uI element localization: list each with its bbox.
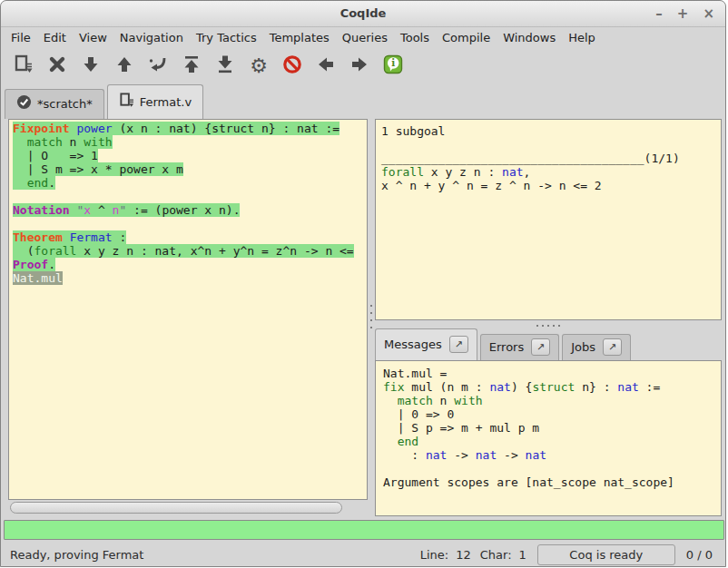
menu-item-view[interactable]: View xyxy=(73,28,113,47)
code-line xyxy=(13,190,367,203)
progress-bar xyxy=(4,520,724,540)
arrow-right-icon xyxy=(349,54,370,79)
menu-item-templates[interactable]: Templates xyxy=(263,28,336,47)
code-line: Nat.mul xyxy=(13,271,367,285)
window-title: CoqIde xyxy=(1,1,725,26)
tab-label: Messages xyxy=(384,338,442,351)
code-line: | S m => x * power x m xyxy=(13,162,367,176)
line-value: 12 xyxy=(456,548,471,562)
code-line xyxy=(383,462,713,475)
tab-errors[interactable]: Errors ↗ xyxy=(480,334,559,360)
window-controls: – + × xyxy=(655,1,714,26)
detach-button[interactable]: ↗ xyxy=(531,338,550,356)
menu-item-navigation[interactable]: Navigation xyxy=(113,28,190,47)
goals-pane[interactable]: 1 subgoal ______________________________… xyxy=(375,119,722,320)
code-line xyxy=(381,138,715,152)
save-icon xyxy=(13,54,34,79)
detach-icon: ↗ xyxy=(455,338,463,350)
code-line xyxy=(13,217,367,230)
menu-item-edit[interactable]: Edit xyxy=(37,28,73,47)
arrow-up-icon xyxy=(113,54,135,79)
code-line: | 0 => 0 xyxy=(383,407,713,421)
code-line: fix mul (n m : nat) {struct n} : nat := xyxy=(383,380,713,394)
goto-end-icon xyxy=(214,54,236,79)
char-value: 1 xyxy=(519,548,526,562)
tab-label: *scratch* xyxy=(37,97,93,111)
status-text: Ready, proving Fermat xyxy=(10,548,411,562)
code-line: 1 subgoal xyxy=(381,124,715,138)
char-label: Char: xyxy=(480,548,512,562)
detach-icon: ↗ xyxy=(536,341,545,353)
tab-label: Fermat.v xyxy=(140,95,192,109)
tab-messages[interactable]: Messages ↗ xyxy=(375,328,477,360)
back-button[interactable] xyxy=(310,52,341,81)
horizontal-scrollbar[interactable] xyxy=(8,501,368,514)
titlebar[interactable]: CoqIde – + × xyxy=(1,1,725,27)
code-line: _____________________________________(1/… xyxy=(381,152,715,165)
gear-icon: ⚙ xyxy=(250,56,268,76)
messages-pane[interactable]: Nat.mul =fix mul (n m : nat) {struct n} … xyxy=(375,360,722,516)
coqide-window: CoqIde – + × FileEditViewNavigationTry T… xyxy=(0,0,726,567)
restart-button[interactable] xyxy=(176,52,207,81)
code-line: Nat.mul = xyxy=(383,367,713,380)
menu-item-help[interactable]: Help xyxy=(562,28,602,47)
minimize-button[interactable]: – xyxy=(655,5,663,22)
code-line: (forall x y z n : nat, x^n + y^n = z^n -… xyxy=(13,244,367,258)
forward-button[interactable] xyxy=(344,52,375,81)
save-button[interactable] xyxy=(8,52,39,81)
toolbar: ⚙ i xyxy=(1,48,726,84)
menu-item-windows[interactable]: Windows xyxy=(497,28,562,47)
interrupt-button[interactable] xyxy=(277,52,308,81)
tab-fermat[interactable]: Fermat.v xyxy=(107,84,203,119)
tab-jobs[interactable]: Jobs ↗ xyxy=(562,334,631,360)
code-line: x ^ n + y ^ n = z ^ n -> n <= 2 xyxy=(381,179,715,192)
code-line: | O => 1 xyxy=(13,149,367,162)
code-line: : nat -> nat -> nat xyxy=(383,448,713,462)
arrow-left-icon xyxy=(315,54,337,79)
code-line: Notation "x ^ n" := (power x n). xyxy=(13,203,367,217)
file-icon xyxy=(119,93,134,111)
detach-icon: ↗ xyxy=(608,341,616,353)
maximize-button[interactable]: + xyxy=(677,5,689,22)
message-tabbar: Messages ↗ Errors ↗ Jobs ↗ xyxy=(375,329,722,360)
menu-item-tools[interactable]: Tools xyxy=(394,28,436,47)
code-line: match n with xyxy=(383,394,713,407)
code-line: end xyxy=(383,435,713,448)
svg-text:i: i xyxy=(391,57,395,68)
coq-status-button[interactable]: Coq is ready xyxy=(537,544,675,565)
code-line: | S p => m + mul p m xyxy=(383,421,713,435)
tab-label: Jobs xyxy=(571,340,595,354)
tab-scratch[interactable]: *scratch* xyxy=(5,89,104,119)
script-editor[interactable]: Fixpoint power (x n : nat) {struct n} : … xyxy=(8,119,368,500)
interrupt-icon xyxy=(281,54,303,79)
goto-cursor-button[interactable] xyxy=(143,52,173,81)
vertical-splitter[interactable] xyxy=(368,119,375,514)
document-tabbar: *scratch* Fermat.v xyxy=(1,84,726,119)
menu-item-file[interactable]: File xyxy=(5,28,37,47)
detach-button[interactable]: ↗ xyxy=(603,338,622,356)
close-button[interactable]: × xyxy=(703,5,714,22)
line-label: Line: xyxy=(420,548,448,562)
menu-item-queries[interactable]: Queries xyxy=(336,28,394,47)
code-line: Fixpoint power (x n : nat) {struct n} : … xyxy=(13,122,367,135)
about-button[interactable]: i xyxy=(378,52,408,81)
check-circle-icon xyxy=(16,94,32,113)
step-forward-button[interactable] xyxy=(75,52,106,81)
settings-button[interactable]: ⚙ xyxy=(243,52,274,81)
code-line: match n with xyxy=(13,135,367,149)
goto-cursor-icon xyxy=(147,54,169,79)
statusbar: Ready, proving Fermat Line: 12 Char: 1 C… xyxy=(1,542,725,567)
close-doc-button[interactable] xyxy=(42,52,73,81)
code-line: Proof. xyxy=(13,258,367,271)
detach-button[interactable]: ↗ xyxy=(449,336,468,353)
tab-label: Errors xyxy=(489,340,524,354)
menu-item-compile[interactable]: Compile xyxy=(436,28,497,47)
menu-item-try-tactics[interactable]: Try Tactics xyxy=(190,28,263,47)
goto-start-icon xyxy=(181,54,202,79)
step-back-button[interactable] xyxy=(109,52,140,81)
code-line: Argument scopes are [nat_scope nat_scope… xyxy=(383,475,713,489)
scrollbar-thumb[interactable] xyxy=(10,502,342,514)
arrow-down-icon xyxy=(80,54,102,79)
info-icon: i xyxy=(382,54,404,79)
goto-end-button[interactable] xyxy=(210,52,241,81)
